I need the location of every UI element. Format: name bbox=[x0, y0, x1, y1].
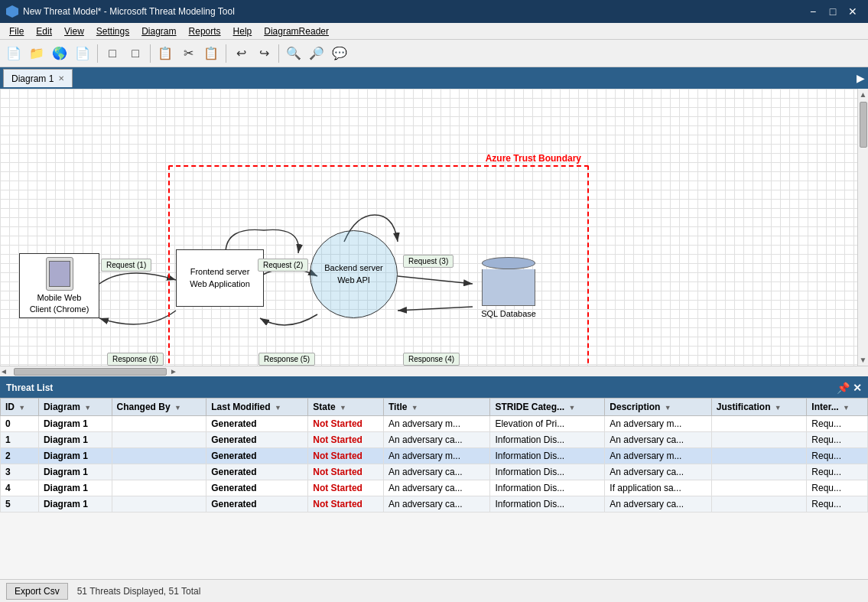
table-row[interactable]: 5Diagram 1GeneratedNot StartedAn adversa… bbox=[1, 496, 868, 513]
mobile-icon bbox=[46, 257, 73, 291]
zoom-in-button[interactable]: 🔍 bbox=[283, 43, 304, 64]
diagram-area: Azure Trust Boundary Mobile WebClient (C… bbox=[0, 89, 857, 366]
cell-diagram: Diagram 1 bbox=[38, 496, 112, 513]
right-scrollbar[interactable]: ▲ ▼ bbox=[857, 89, 868, 366]
cyl-body bbox=[482, 269, 535, 306]
menu-diagramreader[interactable]: DiagramReader bbox=[258, 24, 335, 38]
stencil-button[interactable]: 🌎 bbox=[49, 43, 70, 64]
export-csv-button[interactable]: Export Csv bbox=[6, 583, 68, 600]
menu-view[interactable]: View bbox=[58, 24, 90, 38]
menu-settings[interactable]: Settings bbox=[90, 24, 135, 38]
cell-state: Not Started bbox=[308, 432, 384, 448]
cell-id: 5 bbox=[1, 496, 39, 513]
menu-file[interactable]: File bbox=[3, 24, 30, 38]
undo-button[interactable]: ↩ bbox=[230, 43, 252, 64]
scroll-down-arrow[interactable]: ▼ bbox=[860, 356, 867, 364]
cell-inter: Requ... bbox=[807, 464, 868, 480]
cell-inter: Requ... bbox=[807, 496, 868, 513]
tab-label: Diagram 1 bbox=[11, 73, 54, 84]
new-button[interactable]: 📄 bbox=[3, 43, 24, 64]
cell-inter: Requ... bbox=[807, 448, 868, 464]
cell-lastModified: Generated bbox=[206, 448, 308, 464]
table-row[interactable]: 1Diagram 1GeneratedNot StartedAn adversa… bbox=[1, 432, 868, 448]
menu-reports[interactable]: Reports bbox=[183, 24, 227, 38]
scroll-right-arrow[interactable]: ► bbox=[170, 367, 177, 376]
threat-table-wrapper[interactable]: ID ▼ Diagram ▼ Changed By ▼ Last Modifie… bbox=[0, 398, 868, 579]
maximize-button[interactable]: □ bbox=[824, 2, 842, 21]
cut-button[interactable]: ✂ bbox=[177, 43, 199, 64]
main-area: Azure Trust Boundary Mobile WebClient (C… bbox=[0, 89, 868, 376]
cell-description: An adversary m... bbox=[605, 416, 711, 432]
flow-response5: Response (5) bbox=[258, 353, 315, 366]
threat-panel-pin-icon[interactable]: 📌 bbox=[837, 382, 850, 394]
cell-diagram: Diagram 1 bbox=[38, 448, 112, 464]
col-justification[interactable]: Justification ▼ bbox=[711, 399, 807, 416]
col-id[interactable]: ID ▼ bbox=[1, 399, 39, 416]
menu-help[interactable]: Help bbox=[227, 24, 258, 38]
comment-button[interactable]: 💬 bbox=[329, 43, 350, 64]
threat-panel-close-icon[interactable]: ✕ bbox=[853, 382, 862, 394]
scroll-up-arrow[interactable]: ▲ bbox=[860, 90, 867, 99]
cell-stride: Information Dis... bbox=[490, 496, 605, 513]
scrollbar-thumb-h[interactable] bbox=[14, 368, 167, 376]
col-title[interactable]: Title ▼ bbox=[383, 399, 489, 416]
h-scrollbar[interactable]: ◄ ► bbox=[0, 366, 868, 376]
cell-changedBy bbox=[112, 480, 206, 496]
col-state[interactable]: State ▼ bbox=[308, 399, 384, 416]
cell-description: An adversary ca... bbox=[605, 464, 711, 480]
cell-inter: Requ... bbox=[807, 416, 868, 432]
tab-close-icon[interactable]: ✕ bbox=[58, 74, 64, 83]
table-row[interactable]: 4Diagram 1GeneratedNot StartedAn adversa… bbox=[1, 480, 868, 496]
col-inter[interactable]: Inter... ▼ bbox=[807, 399, 868, 416]
scroll-left-arrow[interactable]: ◄ bbox=[0, 367, 8, 376]
cell-lastModified: Generated bbox=[206, 480, 308, 496]
paste-button[interactable]: 📋 bbox=[200, 43, 222, 64]
menu-edit[interactable]: Edit bbox=[30, 24, 58, 38]
cell-justification bbox=[711, 416, 807, 432]
open-button[interactable]: 📁 bbox=[26, 43, 47, 64]
table-row[interactable]: 3Diagram 1GeneratedNot StartedAn adversa… bbox=[1, 464, 868, 480]
footer-status: 51 Threats Displayed, 51 Total bbox=[77, 586, 201, 597]
cell-lastModified: Generated bbox=[206, 432, 308, 448]
col-lastmodified[interactable]: Last Modified ▼ bbox=[206, 399, 308, 416]
cell-inter: Requ... bbox=[807, 432, 868, 448]
cell-title: An adversary m... bbox=[383, 416, 489, 432]
col-stride[interactable]: STRIDE Categ... ▼ bbox=[490, 399, 605, 416]
cell-diagram: Diagram 1 bbox=[38, 464, 112, 480]
template-button[interactable]: 📄 bbox=[72, 43, 93, 64]
copy-button[interactable]: 📋 bbox=[154, 43, 176, 64]
cell-changedBy bbox=[112, 496, 206, 513]
tab-diagram1[interactable]: Diagram 1 ✕ bbox=[3, 69, 73, 87]
cell-state: Not Started bbox=[308, 480, 384, 496]
tab-scroll-right-icon[interactable]: ▶ bbox=[857, 72, 865, 84]
cell-changedBy bbox=[112, 464, 206, 480]
col-diagram[interactable]: Diagram ▼ bbox=[38, 399, 112, 416]
node-mobile-client[interactable]: Mobile WebClient (Chrome) bbox=[19, 253, 99, 318]
table-row[interactable]: 2Diagram 1GeneratedNot StartedAn adversa… bbox=[1, 448, 868, 464]
cell-diagram: Diagram 1 bbox=[38, 432, 112, 448]
zoom-out-button[interactable]: 🔎 bbox=[306, 43, 327, 64]
cell-id: 1 bbox=[1, 432, 39, 448]
node-backend-server[interactable]: Backend serverWeb API bbox=[310, 230, 398, 318]
col-changedby[interactable]: Changed By ▼ bbox=[112, 399, 206, 416]
flow-request1: Request (1) bbox=[101, 259, 151, 272]
node-frontend-server[interactable]: Frontend serverWeb Application bbox=[176, 249, 264, 307]
backend-server-label: Backend serverWeb API bbox=[324, 262, 382, 286]
close-button[interactable]: ✕ bbox=[844, 2, 862, 21]
mobile-client-label: Mobile WebClient (Chrome) bbox=[30, 292, 89, 314]
delete-diagram-button[interactable]: □ bbox=[125, 43, 146, 64]
new-diagram-button[interactable]: □ bbox=[102, 43, 123, 64]
col-description[interactable]: Description ▼ bbox=[605, 399, 711, 416]
minimize-button[interactable]: − bbox=[804, 2, 822, 21]
cell-state: Not Started bbox=[308, 416, 384, 432]
redo-button[interactable]: ↪ bbox=[253, 43, 275, 64]
scrollbar-thumb-v[interactable] bbox=[860, 102, 867, 148]
cell-id: 4 bbox=[1, 480, 39, 496]
trust-boundary-label: Azure Trust Boundary bbox=[486, 153, 581, 164]
tab-bar: Diagram 1 ✕ ▶ bbox=[0, 67, 868, 89]
table-row[interactable]: 0Diagram 1GeneratedNot StartedAn adversa… bbox=[1, 416, 868, 432]
menu-diagram[interactable]: Diagram bbox=[135, 24, 182, 38]
title-bar: New Threat Model* - Microsoft Threat Mod… bbox=[0, 0, 868, 23]
node-sql-database[interactable]: SQL Database bbox=[474, 257, 543, 318]
diagram-canvas[interactable]: Azure Trust Boundary Mobile WebClient (C… bbox=[0, 89, 857, 366]
